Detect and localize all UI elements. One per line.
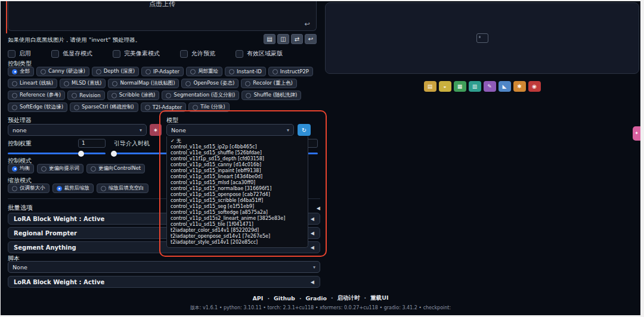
note-row: 如果使用白底黑线图片，请使用 "invert" 预处理器。 ▤◫⇄↩ (8, 34, 317, 44)
send-to-extras-button[interactable]: ◣ (499, 81, 511, 92)
control-type-option[interactable]: Instant-ID (225, 67, 266, 76)
collapse-icon: ◀ (311, 231, 314, 236)
open-folder-button[interactable]: ▤ (424, 81, 436, 92)
model-option[interactable]: ✓ control_v11p_sd15_openpose [cab727d4] (167, 192, 308, 198)
control-type-option[interactable]: MLSD (直线) (60, 79, 106, 88)
accordion-header[interactable]: LoRA Block Weight : Active ◀ (8, 276, 320, 288)
control-mode-options: 均衡 更偏向提示词 更偏向ControlNet (8, 164, 145, 173)
control-type-option[interactable]: NormalMap (法线贴图) (108, 79, 179, 88)
control-type-option[interactable]: OpenPose (姿态) (181, 79, 239, 88)
slider-track[interactable] (8, 153, 106, 154)
radio-icon (273, 69, 278, 74)
checkbox[interactable]: 启用 (8, 49, 31, 58)
image-placeholder-icon (476, 33, 488, 43)
footer-link[interactable]: Gradio (295, 295, 327, 302)
discard-button[interactable]: ◉ (528, 81, 541, 92)
control-type-option[interactable]: SparseCtrl (稀疏控制) (70, 102, 138, 112)
radio-icon (12, 105, 17, 110)
footer-link[interactable]: API (253, 295, 264, 302)
open-webcam-button[interactable]: ◫ (277, 34, 289, 44)
model-dropdown-list: ✓ 无 ✓ control_v11e_sd15_ip2p [c4bb465c] … (166, 136, 308, 248)
model-option[interactable]: ✓ t2iadapter_style_sd14v1 [202e85cc] (167, 240, 308, 245)
model-option[interactable]: ✓ control_v11e_sd15_ip2p [c4bb465c] (167, 144, 308, 150)
checkbox-icon (51, 50, 59, 58)
extra-tool-button[interactable]: ✱ (513, 81, 526, 92)
control-type-option[interactable]: Recolor (重上色) (241, 79, 297, 88)
back-button[interactable]: ↩ (305, 34, 317, 44)
number-input[interactable]: 1 (78, 139, 106, 148)
slider-group: 控制权重 1 (8, 139, 106, 154)
model-option[interactable]: ✓ t2iadapter_color_sd14v1 [8522029d] (167, 228, 308, 234)
model-option[interactable]: ✓ t2iadapter_openpose_sd14v1 [7e267e5e] (167, 234, 308, 240)
model-option[interactable]: ✓ control_v11p_sd15_mlsd [aca30ff0] (167, 180, 308, 186)
model-option[interactable]: ✓ control_v11p_sd15_lineart [43d4be0d] (167, 174, 308, 180)
side-panel-tab[interactable]: ✦ (633, 126, 640, 141)
radio-icon (101, 186, 106, 191)
control-type-option[interactable]: Depth (深度) (92, 67, 139, 76)
control-type-option[interactable]: Scribble (涂鸦) (107, 91, 160, 100)
radio-icon (12, 166, 17, 172)
script-select[interactable]: None ▾ (8, 261, 320, 273)
checkbox[interactable]: 完美像素模式 (113, 49, 160, 58)
model-option[interactable]: ✓ control_v11e_sd15_shuffle [526bfdae] (167, 150, 308, 156)
preprocessor-select[interactable]: none ▾ (8, 124, 147, 136)
control-type-option[interactable]: T2I-Adapter (141, 102, 187, 112)
checkbox[interactable]: 允许预览 (180, 49, 215, 58)
model-option[interactable]: ✓ control_v11f1p_sd15_depth [cfd03158] (167, 156, 308, 162)
control-type-option[interactable]: SoftEdge (软边缘) (8, 102, 67, 112)
model-option[interactable]: ✓ 无 (167, 138, 308, 144)
radio-icon (72, 93, 77, 98)
mirror-webcam-button[interactable]: ⇄ (291, 34, 303, 44)
control-type-option[interactable]: Tile (分块) (188, 102, 229, 112)
resize-mode-option[interactable]: 仅调整大小 (8, 184, 49, 193)
model-option[interactable]: ✓ control_v11p_sd15_scribble [d4ba51ff] (167, 198, 308, 204)
checkbox[interactable]: 有效区域蒙版 (236, 49, 283, 58)
preprocessor-value: none (13, 127, 27, 133)
model-option[interactable]: ✓ control_v11p_sd15_seg [e1f51eb9] (167, 204, 308, 210)
result-gallery[interactable] (325, 2, 639, 74)
control-type-option[interactable]: Revision (67, 91, 105, 100)
control-type-option[interactable]: Canny (硬边缘) (36, 67, 89, 76)
controlnet-panel: 点击上传 ↩ 如果使用白底黑线图片，请使用 "invert" 预处理器。 ▤◫⇄… (6, 1, 320, 315)
send-to-img2img-button[interactable]: ▥ (469, 81, 481, 92)
control-type-option[interactable]: IP-Adapter (141, 67, 184, 76)
slider-handle[interactable] (78, 151, 84, 157)
send-to-inpaint-button[interactable]: ✎ (484, 81, 496, 92)
result-panel: ▤◒▦▥✎◣✱◉ (325, 2, 639, 92)
footer-link[interactable]: 重载UI (360, 294, 389, 302)
control-type-option[interactable]: InstructP2P (268, 67, 313, 76)
radio-icon (190, 69, 196, 74)
footer-links: APIGithubGradio启动计时重载UI (1, 294, 640, 302)
control-type-option[interactable]: 局部重绘 (186, 67, 222, 76)
model-option[interactable]: ✓ control_v11p_sd15_inpaint [ebff9138] (167, 168, 308, 174)
control-mode-option[interactable]: 更偏向ControlNet (86, 164, 145, 173)
model-select[interactable]: None ▾ (166, 124, 294, 136)
result-actions: ▤◒▦▥✎◣✱◉ (325, 81, 639, 92)
control-mode-option[interactable]: 更偏向提示词 (37, 164, 83, 173)
model-option[interactable]: ✓ control_v11p_sd15_softedge [a8575a2a] (167, 210, 308, 216)
footer-link[interactable]: Github (263, 295, 295, 302)
control-mode-option[interactable]: 均衡 (8, 164, 34, 173)
footer-link[interactable]: 启动计时 (327, 294, 360, 302)
control-type-option[interactable]: Lineart (线稿) (8, 79, 57, 88)
refresh-models-button[interactable]: ↻ (298, 124, 311, 136)
checkbox[interactable]: 低显存模式 (51, 49, 92, 58)
control-type-option[interactable]: 全部 (8, 67, 34, 76)
resize-mode-option[interactable]: 裁剪后缩放 (52, 184, 94, 193)
resize-mode-option[interactable]: 缩放后填充空白 (97, 184, 148, 193)
image-upload-dropzone[interactable]: 点击上传 ↩ (8, 1, 317, 31)
save-image-button[interactable]: ◒ (439, 81, 451, 92)
control-type-option[interactable]: Shuffle (随机洗牌) (242, 91, 301, 100)
model-option[interactable]: ✓ control_v11p_sd15_normalbae [316696f1] (167, 186, 308, 192)
model-option[interactable]: ✓ control_v11p_sd15_canny [d14c016b] (167, 162, 308, 168)
new-canvas-button[interactable]: ▤ (264, 34, 275, 44)
model-option[interactable]: ✓ control_v11p_sd15s2_lineart_anime [382… (167, 216, 308, 222)
run-preprocessor-button[interactable]: ✶ (150, 124, 162, 136)
control-type-option[interactable]: Segmentation (语义分割) (162, 91, 239, 100)
radio-icon (246, 93, 251, 98)
model-option[interactable]: ✓ control_v11u_sd15_tile [1f041471] (167, 222, 308, 228)
slider-handle[interactable] (111, 151, 117, 157)
control-type-option[interactable]: Reference (参考) (8, 91, 65, 100)
save-zip-button[interactable]: ▦ (454, 81, 466, 92)
undo-icon[interactable]: ↩ (302, 20, 312, 29)
